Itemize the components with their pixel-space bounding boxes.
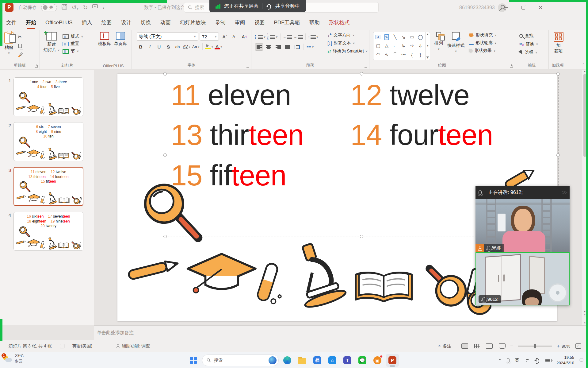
slide-thumbnail-1[interactable]: 1one2 two3 three4 four5 five xyxy=(13,77,83,116)
bullets-button[interactable]: ∨ xyxy=(255,33,266,41)
copy-button[interactable] xyxy=(16,42,24,49)
tab-插入[interactable]: 插入 xyxy=(82,15,92,30)
normal-view-button[interactable] xyxy=(461,343,468,349)
call-header[interactable]: 正在讲话: 9612; ≫ xyxy=(475,186,570,199)
gallery-scroll-down-icon[interactable]: ▼ xyxy=(426,45,429,47)
volume-icon[interactable] xyxy=(534,358,540,362)
accessibility-indicator[interactable]: 辅助功能: 调查 xyxy=(116,343,150,349)
grow-font-button[interactable]: Aˆ xyxy=(221,33,229,40)
slide-text-entry[interactable]: 11 eleven xyxy=(171,79,291,111)
justify-button[interactable] xyxy=(284,43,292,51)
collapse-ribbon-icon[interactable]: ⌃ xyxy=(582,63,585,67)
zoom-in-button[interactable]: + xyxy=(557,343,560,349)
zoom-level[interactable]: 90% xyxy=(562,344,570,349)
taskbar-powerpoint[interactable]: P xyxy=(386,354,399,367)
align-center-button[interactable] xyxy=(265,43,273,51)
tab-审阅[interactable]: 审阅 xyxy=(235,15,245,30)
character-spacing-button[interactable]: A̲V̲∨ xyxy=(183,43,191,50)
tab-幻灯片放映[interactable]: 幻灯片放映 xyxy=(180,15,206,30)
clear-format-button[interactable]: A◊ xyxy=(240,33,248,40)
slide-text-entry[interactable]: 15 fifteen xyxy=(171,160,286,191)
text-direction-button[interactable]: ↓A文字方向∨ xyxy=(327,33,368,38)
new-slide-button[interactable]: 新建幻灯片 ∨ xyxy=(44,32,59,54)
taskbar-teams[interactable]: T xyxy=(341,354,354,367)
participant-video-1[interactable]: 宋娜 xyxy=(475,199,570,252)
tab-设计[interactable]: 设计 xyxy=(121,15,132,30)
increase-indent-button[interactable]: → xyxy=(294,33,303,41)
align-left-button[interactable] xyxy=(255,43,263,51)
tray-expand-chevron-icon[interactable]: ⌃ xyxy=(498,358,502,363)
selection-handle[interactable] xyxy=(556,153,560,157)
notes-toggle-button[interactable]: ≐备注 xyxy=(437,343,451,349)
format-painter-button[interactable] xyxy=(16,51,24,58)
shadow-button[interactable]: S xyxy=(164,43,172,50)
bold-button[interactable]: B xyxy=(137,43,145,50)
minimize-button[interactable]: ─ xyxy=(499,0,513,15)
save-icon[interactable] xyxy=(61,4,67,11)
shrink-font-button[interactable]: Aˇ xyxy=(231,33,239,40)
taskbar-docs-app[interactable]: 档 xyxy=(311,354,324,367)
selection-handle[interactable] xyxy=(360,72,363,76)
taskbar-clock[interactable]: 19:552024/5/10 xyxy=(556,355,574,366)
shape-effects-button[interactable]: 形状效果∨ xyxy=(469,48,497,53)
find-button[interactable]: 查找 xyxy=(519,33,548,39)
taskbar-file-explorer[interactable] xyxy=(296,354,309,367)
paragraph-dialog-launcher[interactable] xyxy=(365,65,367,68)
align-right-button[interactable] xyxy=(274,43,282,51)
distribute-button[interactable] xyxy=(293,43,301,51)
scrollbar-thumb[interactable] xyxy=(583,74,586,157)
strikethrough-button[interactable]: ab xyxy=(174,43,181,50)
notes-pane[interactable]: 单击此处添加备注 xyxy=(94,325,588,340)
next-slide-button[interactable]: ⌃⌃ xyxy=(584,319,586,325)
font-size-combo[interactable]: 72∨ xyxy=(200,33,219,41)
tab-切换[interactable]: 切换 xyxy=(141,15,151,30)
decrease-indent-button[interactable]: ← xyxy=(283,33,292,41)
selection-handle[interactable] xyxy=(163,235,167,238)
quick-styles-button[interactable]: 快速样式∨ xyxy=(447,32,464,53)
ime-indicator[interactable]: 英 xyxy=(515,358,519,363)
change-case-button[interactable]: Aa∨ xyxy=(192,43,200,50)
shape-outline-button[interactable]: 形状轮廓∨ xyxy=(469,40,497,46)
tab-形状格式[interactable]: 形状格式 xyxy=(329,15,350,30)
page-library-button[interactable]: 单页库 xyxy=(114,32,127,47)
section-button[interactable]: 节∨ xyxy=(63,48,83,54)
tab-视图[interactable]: 视图 xyxy=(254,15,265,30)
slideshow-button[interactable] xyxy=(499,343,506,349)
selection-handle[interactable] xyxy=(556,72,560,76)
tray-mic-icon[interactable] xyxy=(507,358,510,362)
tab-录制[interactable]: 录制 xyxy=(215,15,226,30)
slide-text-entry[interactable]: 14 fourteen xyxy=(350,119,493,151)
slide-sorter-view-button[interactable] xyxy=(474,344,480,348)
addins-button[interactable]: 加载项 xyxy=(549,32,567,54)
taskbar-meeting-app[interactable]: ▣ xyxy=(371,354,384,367)
reading-view-button[interactable] xyxy=(486,343,493,349)
wifi-icon[interactable] xyxy=(524,358,529,362)
spellcheck-button[interactable] xyxy=(60,344,64,348)
select-button[interactable]: 选择∨ xyxy=(519,50,548,55)
restore-button[interactable] xyxy=(516,0,530,15)
previous-slide-button[interactable]: ⌃⌃ xyxy=(584,313,586,319)
zoom-out-button[interactable]: − xyxy=(510,343,513,349)
taskbar-weather-widget[interactable]: 1 23°C多云 xyxy=(3,354,24,364)
columns-button[interactable]: ≡≡∨ xyxy=(306,43,314,51)
taskbar-edge[interactable] xyxy=(281,354,294,367)
layout-button[interactable]: 版式∨ xyxy=(63,34,83,39)
tab-帮助[interactable]: 帮助 xyxy=(309,15,320,30)
present-icon[interactable] xyxy=(92,4,98,11)
shape-gallery[interactable]: A A ╲↘ ▭◯ ▢△ ⌐↳ ⇨⇩ ◠∿ ⌒〜 {} ▲ ▼ ▼ xyxy=(373,32,430,60)
gallery-scroll-up-icon[interactable]: ▲ xyxy=(426,33,429,36)
selection-handle[interactable] xyxy=(163,72,167,76)
close-button[interactable]: ✕ xyxy=(533,0,548,15)
tab-文件[interactable]: 文件 xyxy=(6,15,17,30)
gallery-more-icon[interactable]: ▼ xyxy=(426,56,429,59)
numbering-button[interactable]: 123∨ xyxy=(267,33,278,41)
cut-button[interactable]: ✂ xyxy=(16,33,24,41)
font-color-button[interactable]: A∨ xyxy=(215,43,223,50)
selection-handle[interactable] xyxy=(163,153,167,157)
slide-text-entry[interactable]: 13 thirteen xyxy=(171,119,304,151)
tab-动画[interactable]: 动画 xyxy=(160,15,171,30)
qat-customize-chevron-icon[interactable]: ∨ xyxy=(102,6,105,9)
tab-绘图[interactable]: 绘图 xyxy=(101,15,112,30)
start-button[interactable] xyxy=(187,354,200,367)
selection-handle[interactable] xyxy=(360,235,363,238)
